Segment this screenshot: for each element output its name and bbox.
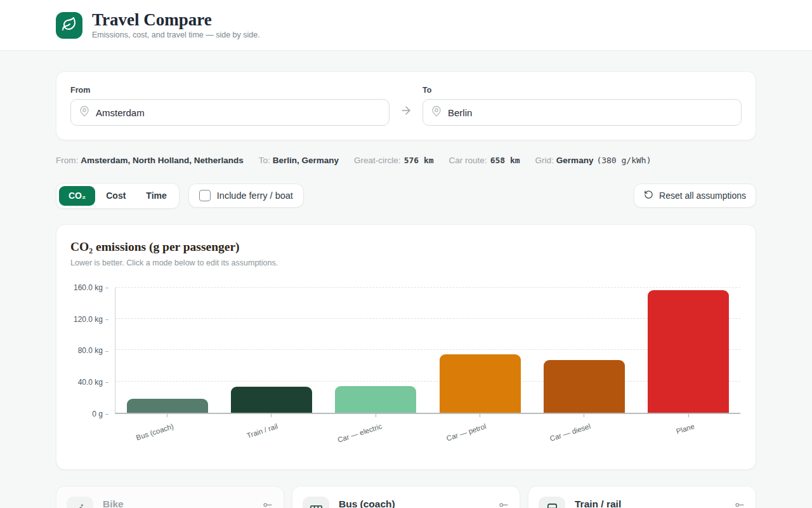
summary-great-circle-value: 576 km (404, 156, 434, 165)
app-header: Travel Compare Emissions, cost, and trav… (0, 0, 812, 51)
ferry-checkbox[interactable] (199, 190, 211, 201)
summary-great-circle: Great-circle:576 km (354, 156, 433, 165)
mode-card-body: Train / rail (575, 497, 724, 508)
x-label-car-petrol: Car — petrol (445, 422, 487, 443)
chart-plot (115, 288, 740, 414)
x-tick: Car — electric (324, 414, 428, 447)
bar-slot (532, 288, 636, 413)
mode-card-body: BikeNot applicable — too long (>60 km) (103, 497, 252, 508)
bar-bus-coach (127, 399, 208, 413)
tab-cost[interactable]: Cost (96, 186, 135, 206)
mode-card-title: Train / rail (575, 498, 724, 508)
bar-plane (648, 290, 729, 413)
emissions-chart-card: CO₂ emissions (g per passenger) Lower is… (56, 224, 756, 470)
chart-bars (115, 288, 740, 413)
tab-co[interactable]: CO₂ (59, 186, 95, 206)
mode-card-bus-coach[interactable]: Bus (coach) (292, 486, 520, 508)
sliders-icon (262, 497, 273, 508)
y-tick-label: 40.0 kg (78, 378, 108, 387)
from-input-wrap (70, 99, 390, 126)
from-label: From (70, 86, 390, 95)
controls-row: CO₂CostTime Include ferry / boat Reset a… (56, 183, 756, 209)
y-tick-label: 80.0 kg (78, 346, 108, 355)
summary-car-route: Car route:658 km (449, 156, 520, 165)
page-title: Travel Compare (92, 11, 260, 30)
summary-grid-detail: (380 g/kWh) (596, 156, 651, 165)
mode-card-train-rail[interactable]: Train / rail (528, 486, 756, 508)
y-tick-label: 160.0 kg (74, 283, 108, 292)
tab-time[interactable]: Time (136, 186, 176, 206)
summary-from: From:Amsterdam, North Holland, Netherlan… (56, 156, 244, 165)
bar-train-rail (231, 387, 312, 413)
sliders-icon (498, 497, 509, 508)
summary-grid-label: Grid: (535, 156, 554, 165)
x-label-car-electric: Car — electric (337, 422, 383, 444)
to-input[interactable] (448, 107, 733, 118)
mode-card-title: Bike (103, 498, 252, 508)
train-icon (539, 497, 565, 508)
location-pin-icon (79, 105, 90, 119)
bar-car-electric (335, 386, 416, 413)
app-logo (56, 12, 82, 39)
to-field-group: To (422, 86, 742, 126)
summary-to: To:Berlin, Germany (259, 156, 339, 165)
chart-y-axis: 0 g40.0 kg80.0 kg120.0 kg160.0 kg (70, 288, 115, 414)
reset-label: Reset all assumptions (659, 190, 746, 201)
route-summary: From:Amsterdam, North Holland, Netherlan… (56, 156, 756, 165)
summary-to-label: To: (259, 156, 270, 165)
x-label-train-rail: Train / rail (246, 422, 278, 439)
leaf-icon (62, 17, 77, 34)
summary-car-route-label: Car route: (449, 156, 487, 165)
summary-car-route-value: 658 km (490, 156, 520, 165)
bar-slot (115, 288, 219, 413)
x-tick: Plane (636, 414, 740, 447)
metric-tab-group: CO₂CostTime (56, 183, 180, 209)
bar-slot (636, 288, 740, 413)
x-label-plane: Plane (676, 422, 696, 436)
x-axis-spacer (70, 414, 115, 447)
y-tick-label: 0 g (92, 410, 108, 418)
reset-assumptions-button[interactable]: Reset all assumptions (634, 184, 756, 208)
chart-subtitle: Lower is better. Click a mode below to e… (70, 258, 740, 267)
chart-area: 0 g40.0 kg80.0 kg120.0 kg160.0 kg (70, 288, 740, 414)
x-tick: Car — diesel (532, 414, 636, 447)
ferry-toggle[interactable]: Include ferry / boat (188, 184, 304, 208)
page-subtitle: Emissions, cost, and travel time — side … (92, 30, 260, 39)
chart-x-axis: Bus (coach)Train / railCar — electricCar… (70, 414, 740, 447)
from-input[interactable] (96, 107, 381, 118)
arrow-right-icon (398, 104, 414, 126)
bike-icon (67, 497, 93, 508)
to-label: To (422, 86, 742, 95)
y-tick-label: 120.0 kg (74, 315, 108, 324)
bar-car-petrol (440, 354, 521, 412)
bar-slot (428, 288, 532, 413)
to-input-wrap (422, 99, 742, 126)
summary-grid: Grid:Germany(380 g/kWh) (535, 156, 652, 165)
x-tick: Train / rail (219, 414, 323, 447)
chart-title: CO₂ emissions (g per passenger) (70, 240, 740, 254)
bus-icon (303, 497, 329, 508)
bar-car-diesel (544, 360, 625, 413)
route-form-card: From To (56, 71, 756, 140)
summary-from-value: Amsterdam, North Holland, Netherlands (81, 156, 244, 165)
mode-card-bike[interactable]: BikeNot applicable — too long (>60 km) (56, 486, 284, 508)
mode-card-body: Bus (coach) (339, 497, 488, 508)
reset-icon (644, 190, 653, 201)
x-axis-labels: Bus (coach)Train / railCar — electricCar… (115, 414, 740, 447)
bar-slot (219, 288, 324, 413)
from-field-group: From (70, 86, 390, 126)
location-pin-icon (431, 105, 442, 119)
summary-grid-value: Germany (556, 156, 594, 165)
summary-great-circle-label: Great-circle: (354, 156, 401, 165)
ferry-label: Include ferry / boat (217, 190, 293, 201)
summary-from-label: From: (56, 156, 78, 165)
x-label-bus-coach: Bus (coach) (135, 422, 174, 441)
mode-card-title: Bus (coach) (339, 498, 488, 508)
bar-slot (324, 288, 428, 413)
summary-to-value: Berlin, Germany (273, 156, 339, 165)
sliders-icon (734, 497, 745, 508)
x-label-car-diesel: Car — diesel (549, 422, 591, 443)
mode-cards-grid: BikeNot applicable — too long (>60 km)Bu… (56, 486, 756, 508)
x-tick: Bus (coach) (115, 414, 219, 447)
x-tick: Car — petrol (428, 414, 532, 447)
